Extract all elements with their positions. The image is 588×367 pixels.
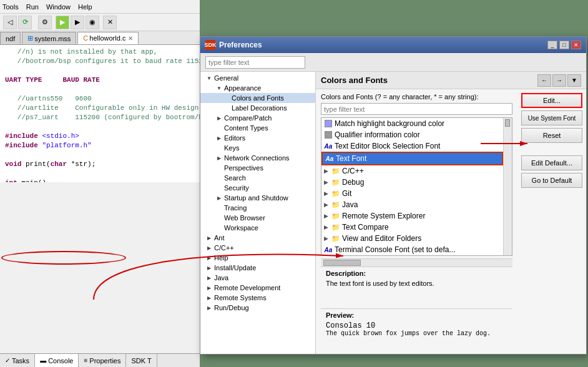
description-label: Description: xyxy=(326,270,507,277)
system-mss-icon: ⊞ xyxy=(27,34,33,42)
tree-item-appearance[interactable]: ▼ Appearance xyxy=(200,83,315,93)
ide-code-area: //n) is not installed by that app, //boo… xyxy=(0,45,200,182)
tree-item-network[interactable]: ▶ Network Connections xyxy=(200,153,315,163)
tab-helloworld-close[interactable]: ✕ xyxy=(128,35,133,42)
list-item-match-label: Match highlight background color xyxy=(335,119,444,128)
dialog-body: ▼ General ▼ Appearance Colors and Fonts … xyxy=(200,72,586,354)
bottom-tab-console[interactable]: ▬ Console xyxy=(35,354,79,368)
tree-item-cpp[interactable]: ▶ C/C++ xyxy=(200,243,315,253)
go-to-default-button[interactable]: Go to Default xyxy=(521,173,582,188)
folder-icon-view: 📁 xyxy=(331,234,340,243)
toggle-keys xyxy=(215,144,223,152)
tree-item-startup[interactable]: ▶ Startup and Shutdow xyxy=(200,193,315,203)
tree-item-install[interactable]: ▶ Install/Update xyxy=(200,263,315,273)
list-item-remote-explorer[interactable]: ▶ 📁 Remote System Explorer xyxy=(321,210,503,222)
tab-ndf[interactable]: ndf xyxy=(0,32,21,44)
bottom-tab-properties[interactable]: ≡ Properties xyxy=(79,354,126,368)
list-item-block-label: Text Editor Block Selection Font xyxy=(335,142,440,150)
tasks-icon: ✓ xyxy=(5,357,10,364)
dialog-minimize-btn[interactable]: _ xyxy=(547,41,557,49)
nav-back-btn[interactable]: ← xyxy=(537,74,551,87)
tree-item-perspectives[interactable]: Perspectives xyxy=(200,163,315,173)
list-item-text-font[interactable]: Aa Text Font xyxy=(321,152,503,165)
toolbar-btn-3[interactable]: ⚙ xyxy=(38,16,52,29)
tree-item-content-types[interactable]: Content Types xyxy=(200,123,315,133)
toggle-label-deco xyxy=(223,104,230,112)
dialog-title-left: SDK Preferences xyxy=(205,40,262,50)
fonts-list-wrapper: Match highlight background color Qualifi… xyxy=(321,117,512,256)
tree-item-run-debug[interactable]: ▶ Run/Debug xyxy=(200,303,315,313)
list-item-cpp[interactable]: ▶ 📁 C/C++ xyxy=(321,165,503,177)
ide-toolbar: ◁ ⟳ ⚙ ▶ ▶ ◉ ✕ xyxy=(0,14,200,31)
list-item-debug-label: Debug xyxy=(342,178,364,187)
annotation-ellipse xyxy=(1,251,126,265)
use-system-font-button[interactable]: Use System Font xyxy=(521,110,582,125)
tree-item-tracing[interactable]: Tracing xyxy=(200,203,315,213)
list-item-text-font-label: Text Font xyxy=(336,154,366,163)
folder-icon-compare: 📁 xyxy=(331,223,340,232)
tree-item-security[interactable]: Security xyxy=(200,183,315,193)
list-item-text-compare[interactable]: ▶ 📁 Text Compare xyxy=(321,222,503,233)
toolbar-btn-7[interactable]: ✕ xyxy=(103,16,117,29)
toolbar-btn-4[interactable]: ▶ xyxy=(56,16,69,29)
toolbar-btn-5[interactable]: ▶ xyxy=(71,16,84,29)
edit-default-button[interactable]: Edit Default... xyxy=(521,155,582,170)
dialog-close-btn[interactable]: ✕ xyxy=(571,41,581,49)
content-panel: Colors and Fonts ← → ▼ Colors and Fonts … xyxy=(316,72,586,354)
h-scrollbar-thumb[interactable] xyxy=(323,260,361,266)
tree-item-editors[interactable]: ▶ Editors xyxy=(200,133,315,143)
list-item-match-highlight[interactable]: Match highlight background color xyxy=(321,118,503,129)
list-item-qualifier[interactable]: Qualifier information color xyxy=(321,129,503,140)
menu-run[interactable]: Run xyxy=(26,3,39,11)
tree-item-ant[interactable]: ▶ Ant xyxy=(200,233,315,243)
folder-icon-cpp: 📁 xyxy=(331,167,340,175)
toolbar-btn-2[interactable]: ⟳ xyxy=(18,16,32,29)
dialog-maximize-btn[interactable]: □ xyxy=(559,41,569,49)
bottom-tab-tasks[interactable]: ✓ Tasks xyxy=(0,354,35,368)
list-item-debug[interactable]: ▶ 📁 Debug xyxy=(321,177,503,188)
folder-icon-java: 📁 xyxy=(331,200,340,209)
nav-down-btn[interactable]: ▼ xyxy=(567,74,581,87)
folder-icon-remote: 📁 xyxy=(331,212,340,220)
fonts-list-scrollbar[interactable] xyxy=(503,118,512,255)
toggle-startup: ▶ xyxy=(215,194,223,202)
menu-help[interactable]: Help xyxy=(78,3,92,11)
toggle-perspectives xyxy=(215,164,223,172)
tree-item-web-browser[interactable]: Web Browser xyxy=(200,213,315,223)
list-item-terminal-font[interactable]: Aa Terminal Console Font (set to defa... xyxy=(321,244,503,255)
edit-button[interactable]: Edit... xyxy=(521,93,582,108)
list-item-git[interactable]: ▶ 📁 Git xyxy=(321,188,503,199)
nav-forward-btn[interactable]: → xyxy=(552,74,566,87)
dialog-search-input[interactable] xyxy=(205,56,305,69)
list-item-view-editor[interactable]: ▶ 📁 View and Editor Folders xyxy=(321,233,503,244)
tab-system-mss[interactable]: ⊞ system.mss xyxy=(22,32,76,44)
bottom-tab-sdk[interactable]: SDK T xyxy=(126,354,157,368)
tree-item-general[interactable]: ▼ General xyxy=(200,73,315,83)
toolbar-btn-1[interactable]: ◁ xyxy=(3,16,17,29)
tree-item-help[interactable]: ▶ Help xyxy=(200,253,315,263)
tree-item-java[interactable]: ▶ Java xyxy=(200,273,315,283)
console-icon: ▬ xyxy=(40,357,46,364)
dialog-titlebar: SDK Preferences _ □ ✕ xyxy=(200,37,586,53)
description-area: Description: The text font is used by te… xyxy=(321,267,512,308)
fonts-h-scrollbar[interactable] xyxy=(321,258,512,267)
toolbar-btn-6[interactable]: ◉ xyxy=(86,16,99,29)
list-item-block-selection[interactable]: Aa Text Editor Block Selection Font xyxy=(321,140,503,152)
tree-item-keys[interactable]: Keys xyxy=(200,143,315,153)
tree-item-colors-fonts[interactable]: Colors and Fonts xyxy=(200,93,315,103)
tab-helloworld[interactable]: C helloworld.c ✕ xyxy=(77,32,139,44)
list-item-java[interactable]: ▶ 📁 Java xyxy=(321,199,503,210)
tree-item-compare[interactable]: ▶ Compare/Patch xyxy=(200,113,315,123)
reset-button[interactable]: Reset xyxy=(521,128,582,143)
tree-item-search[interactable]: Search xyxy=(200,173,315,183)
tree-item-workspace[interactable]: Workspace xyxy=(200,223,315,233)
preferences-dialog: SDK Preferences _ □ ✕ ▼ General ▼ Appear… xyxy=(200,36,587,355)
tree-item-remote-systems[interactable]: ▶ Remote Systems xyxy=(200,293,315,303)
dialog-title-text: Preferences xyxy=(219,41,262,49)
tree-item-label-decorations[interactable]: Label Decorations xyxy=(200,103,315,113)
tree-item-remote-dev[interactable]: ▶ Remote Development xyxy=(200,283,315,293)
fonts-filter-input[interactable] xyxy=(321,103,512,115)
menu-tools[interactable]: Tools xyxy=(2,3,19,11)
toggle-editors: ▶ xyxy=(215,134,223,142)
menu-window[interactable]: Window xyxy=(46,3,71,11)
